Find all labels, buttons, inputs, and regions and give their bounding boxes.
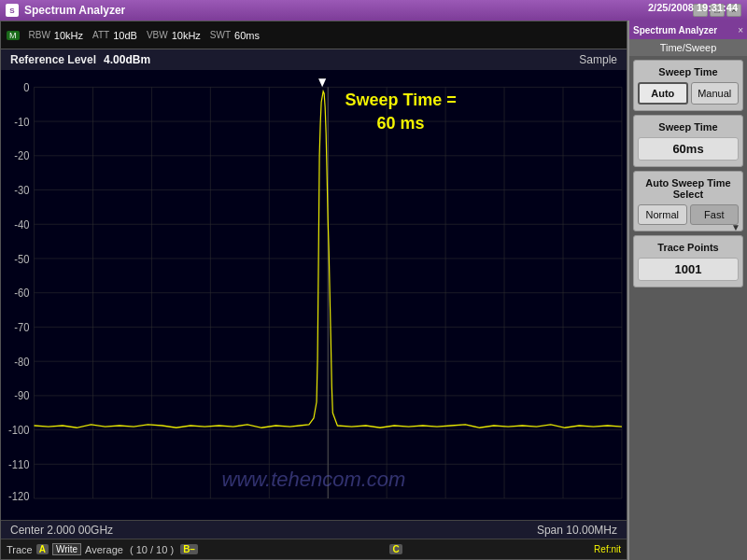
span-freq: Span 10.00MHz (537, 524, 617, 537)
sweep-annotation-line1: Sweep Time = (345, 89, 457, 112)
sweep-time-value: 60ms (638, 137, 739, 161)
sweep-annotation-line2: 60 ms (345, 112, 457, 135)
params-bar: M RBW 10kHz ATT 10dB VBW 10kHz SWT 60ms (1, 21, 627, 49)
reflevel-label: Ref:nit (594, 544, 621, 554)
svg-text:-40: -40 (14, 217, 29, 231)
title-text: Spectrum Analyzer (24, 4, 125, 17)
right-close-icon[interactable]: × (738, 25, 743, 35)
app-icon: S (6, 4, 19, 17)
trace-average: Average (85, 544, 123, 555)
vbw-label: VBW (147, 30, 168, 40)
section-arrow-icon: ▼ (731, 222, 740, 232)
sweep-time-value-section: Sweep Time 60ms (633, 115, 743, 167)
rbw-label: RBW (29, 30, 50, 40)
sweep-manual-button[interactable]: Manual (691, 82, 740, 105)
trace-c-badge: C (389, 544, 402, 554)
auto-sweep-buttons: Normal Fast (638, 204, 739, 225)
chart-area: 0 -10 -20 -30 -40 -50 -60 -70 -80 -90 -1… (1, 70, 627, 520)
auto-sweep-section: Auto Sweep Time Select Normal Fast ▼ (633, 171, 743, 231)
svg-text:-50: -50 (14, 252, 29, 266)
svg-text:0: 0 (23, 80, 30, 94)
sweep-time-title: Sweep Time (638, 66, 739, 77)
att-label: ATT (92, 30, 109, 40)
svg-text:-30: -30 (14, 183, 29, 197)
vbw-group: VBW 10kHz (147, 30, 201, 41)
watermark-text: www.tehencom.com (222, 468, 406, 492)
rbw-group: RBW 10kHz (29, 30, 84, 41)
att-value: 10dB (113, 30, 137, 41)
trace-b-badge: B– (180, 544, 198, 554)
trace-row: Trace A Write Average ( 10 / 10 ) B– C R… (1, 539, 627, 559)
analyzer-panel: M RBW 10kHz ATT 10dB VBW 10kHz SWT 60ms … (0, 21, 627, 560)
trace-write-btn[interactable]: Write (52, 543, 81, 555)
m-badge: M (7, 31, 20, 40)
sweep-annotation: Sweep Time = 60 ms (345, 89, 457, 135)
center-span-row: Center 2.000 00GHz Span 10.00MHz (1, 520, 627, 539)
svg-text:-10: -10 (14, 115, 29, 129)
svg-text:-20: -20 (14, 149, 29, 163)
rbw-value: 10kHz (54, 30, 83, 41)
datetime-display: 2/25/2008 19:31:44 (648, 2, 738, 13)
right-subtitle: Time/Sweep (629, 39, 747, 56)
ref-level-value: 4.00dBm (104, 53, 150, 66)
trace-points-title: Trace Points (638, 242, 739, 253)
swt-label: SWT (210, 30, 231, 40)
trace-count: ( 10 / 10 ) (127, 544, 176, 555)
sweep-time-section: Sweep Time Auto Manual (633, 60, 743, 111)
trace-label: Trace (7, 544, 33, 555)
ref-level-row: Reference Level 4.00dBm Sample (1, 49, 627, 70)
svg-text:-80: -80 (14, 355, 29, 369)
svg-marker-37 (318, 78, 326, 87)
ref-level-label: Reference Level (10, 53, 96, 66)
att-group: ATT 10dB (92, 30, 137, 41)
trace-a-badge: A (36, 544, 49, 554)
swt-value: 60ms (234, 30, 260, 41)
svg-text:-90: -90 (14, 389, 29, 403)
auto-sweep-title: Auto Sweep Time Select (638, 177, 739, 200)
svg-text:-70: -70 (14, 320, 29, 334)
svg-text:-100: -100 (8, 424, 30, 438)
right-panel-header: Spectrum Analyzer × (629, 21, 747, 39)
svg-text:-110: -110 (8, 457, 30, 471)
sweep-time-value-title: Sweep Time (638, 121, 739, 133)
trace-points-value: 1001 (638, 258, 739, 281)
main-layout: M RBW 10kHz ATT 10dB VBW 10kHz SWT 60ms … (0, 21, 747, 560)
right-panel: Spectrum Analyzer × Time/Sweep Sweep Tim… (627, 21, 747, 560)
svg-text:-120: -120 (8, 490, 30, 504)
trace-points-section: Trace Points 1001 (633, 235, 743, 287)
sample-label: Sample (579, 53, 617, 66)
vbw-value: 10kHz (172, 30, 201, 41)
title-bar-left: S Spectrum Analyzer (6, 4, 125, 17)
right-title: Spectrum Analyzer (633, 25, 717, 35)
title-bar: S Spectrum Analyzer – □ × (0, 0, 747, 21)
swt-group: SWT 60ms (210, 30, 260, 41)
sweep-auto-button[interactable]: Auto (638, 82, 688, 105)
sweep-time-buttons: Auto Manual (638, 82, 739, 105)
chart-svg: 0 -10 -20 -30 -40 -50 -60 -70 -80 -90 -1… (1, 70, 627, 520)
center-freq: Center 2.000 00GHz (10, 524, 113, 537)
svg-text:-60: -60 (14, 287, 29, 301)
sweep-normal-button[interactable]: Normal (638, 204, 687, 225)
